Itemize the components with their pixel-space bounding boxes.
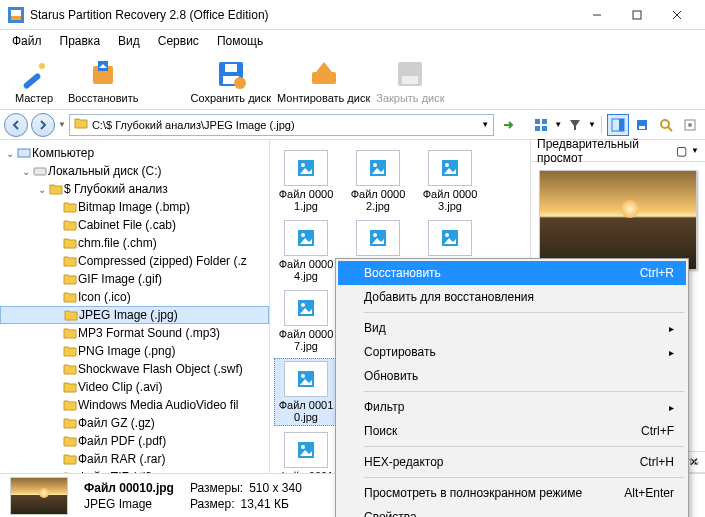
toolbar: Мастер Восстановить Сохранить диск Монти… (0, 52, 705, 110)
svg-rect-31 (34, 168, 46, 175)
titlebar: Starus Partition Recovery 2.8 (Office Ed… (0, 0, 705, 30)
svg-point-8 (39, 63, 45, 69)
ctx-refresh[interactable]: Обновить (338, 364, 686, 388)
file-item[interactable]: Файл 00007.jpg (274, 288, 338, 354)
mount-disk-icon (308, 58, 340, 90)
file-item[interactable]: Файл 00004.jpg (274, 218, 338, 284)
tree-node-folder[interactable]: Файл PDF (.pdf) (0, 432, 269, 450)
pane-dropdown-icon[interactable]: ▼ (691, 146, 699, 155)
tree-node-folder[interactable]: chm.file (.chm) (0, 234, 269, 252)
window-title: Starus Partition Recovery 2.8 (Office Ed… (30, 8, 577, 22)
tree-node-folder[interactable]: Файл GZ (.gz) (0, 414, 269, 432)
filter-button[interactable] (564, 114, 586, 136)
navbar: ▼ C:\$ Глубокий анализ\JPEG Image (.jpg)… (0, 110, 705, 140)
close-disk-icon (394, 58, 426, 90)
tree-node-deep-analysis[interactable]: ⌄ $ Глубокий анализ (0, 180, 269, 198)
tree-node-folder[interactable]: Windows Media AudioVideo fil (0, 396, 269, 414)
image-icon (284, 290, 328, 326)
image-icon (284, 432, 328, 468)
file-item[interactable]: Файл 00002.jpg (346, 148, 410, 214)
view-dropdown-icon[interactable]: ▼ (554, 120, 562, 129)
tree-node-computer[interactable]: ⌄ Компьютер (0, 144, 269, 162)
close-disk-button: Закрыть диск (376, 58, 444, 104)
svg-point-29 (688, 123, 692, 127)
svg-point-33 (301, 163, 305, 167)
recover-icon (87, 58, 119, 90)
tree-node-folder[interactable]: Bitmap Image (.bmp) (0, 198, 269, 216)
ctx-fullscreen[interactable]: Просмотреть в полноэкранном режимеAlt+En… (338, 481, 686, 505)
tree-node-folder[interactable]: Файл RAR (.rar) (0, 450, 269, 468)
view-mode-button[interactable] (530, 114, 552, 136)
ctx-view[interactable]: Вид▸ (338, 316, 686, 340)
file-item[interactable]: Файл 00003.jpg (418, 148, 482, 214)
svg-rect-19 (542, 119, 547, 124)
tree-node-folder[interactable]: Compressed (zipped) Folder (.z (0, 252, 269, 270)
context-menu: ВосстановитьCtrl+R Добавить для восстано… (335, 258, 689, 517)
close-button[interactable] (657, 1, 697, 29)
maximize-button[interactable] (617, 1, 657, 29)
tree-node-folder[interactable]: MP3 Format Sound (.mp3) (0, 324, 269, 342)
menu-service[interactable]: Сервис (150, 32, 207, 50)
preview-header: Предварительный просмот (537, 137, 668, 165)
tree-node-folder[interactable]: Shockwave Flash Object (.swf) (0, 360, 269, 378)
svg-rect-20 (535, 126, 540, 131)
preview-image (539, 170, 697, 270)
nav-go-button[interactable] (497, 114, 519, 136)
svg-point-49 (301, 445, 305, 449)
search-button[interactable] (655, 114, 677, 136)
tree-node-local-disk[interactable]: ⌄ Локальный диск (C:) (0, 162, 269, 180)
folder-tree[interactable]: ⌄ Компьютер ⌄ Локальный диск (C:) ⌄ $ Гл… (0, 140, 270, 473)
preview-toggle-button[interactable] (607, 114, 629, 136)
folder-icon (74, 117, 88, 132)
address-bar[interactable]: C:\$ Глубокий анализ\JPEG Image (.jpg) ▼ (69, 114, 494, 136)
svg-line-27 (668, 127, 672, 131)
ctx-properties[interactable]: Свойства (338, 505, 686, 517)
address-dropdown-icon[interactable]: ▼ (481, 120, 489, 129)
ctx-add-for-recovery[interactable]: Добавить для восстановления (338, 285, 686, 309)
menu-help[interactable]: Помощь (209, 32, 271, 50)
image-icon (356, 150, 400, 186)
file-item[interactable]: Файл 00001.jpg (274, 148, 338, 214)
mount-disk-button[interactable]: Монтировать диск (277, 58, 370, 104)
ctx-recover[interactable]: ВосстановитьCtrl+R (338, 261, 686, 285)
tree-node-folder[interactable]: PNG Image (.png) (0, 342, 269, 360)
wizard-button[interactable]: Мастер (6, 58, 62, 104)
save-disk-button[interactable]: Сохранить диск (190, 58, 271, 104)
tree-node-folder[interactable]: GIF Image (.gif) (0, 270, 269, 288)
file-item[interactable]: Файл 00013.jpg (274, 430, 338, 473)
save-disk-icon (215, 58, 247, 90)
image-icon (428, 150, 472, 186)
recover-button[interactable]: Восстановить (68, 58, 138, 104)
save-button[interactable] (631, 114, 653, 136)
tree-node-folder[interactable]: Файл TIF (.tif) (0, 468, 269, 473)
svg-rect-13 (225, 64, 237, 72)
wand-icon (18, 58, 50, 90)
image-icon (284, 361, 328, 397)
ctx-search[interactable]: ПоискCtrl+F (338, 419, 686, 443)
menu-edit[interactable]: Правка (52, 32, 109, 50)
svg-point-47 (301, 374, 305, 378)
filter-dropdown-icon[interactable]: ▼ (588, 120, 596, 129)
options-button[interactable] (679, 114, 701, 136)
ctx-sort[interactable]: Сортировать▸ (338, 340, 686, 364)
svg-point-26 (661, 120, 669, 128)
menubar: Файл Правка Вид Сервис Помощь (0, 30, 705, 52)
svg-point-43 (445, 233, 449, 237)
svg-point-35 (373, 163, 377, 167)
nav-history-dropdown[interactable]: ▼ (58, 120, 66, 129)
tree-node-folder[interactable]: Icon (.ico) (0, 288, 269, 306)
menu-file[interactable]: Файл (4, 32, 50, 50)
tree-node-folder[interactable]: Cabinet File (.cab) (0, 216, 269, 234)
menu-view[interactable]: Вид (110, 32, 148, 50)
nav-back-button[interactable] (4, 113, 28, 137)
app-icon (8, 7, 24, 23)
minimize-button[interactable] (577, 1, 617, 29)
ctx-filter[interactable]: Фильтр▸ (338, 395, 686, 419)
file-item[interactable]: Файл 00010.jpg (274, 358, 338, 426)
tree-node-folder[interactable]: JPEG Image (.jpg) (0, 306, 269, 324)
detach-icon[interactable]: ▢ (676, 144, 687, 158)
svg-point-45 (301, 303, 305, 307)
nav-forward-button[interactable] (31, 113, 55, 137)
tree-node-folder[interactable]: Video Clip (.avi) (0, 378, 269, 396)
ctx-hex-editor[interactable]: HEX-редакторCtrl+H (338, 450, 686, 474)
